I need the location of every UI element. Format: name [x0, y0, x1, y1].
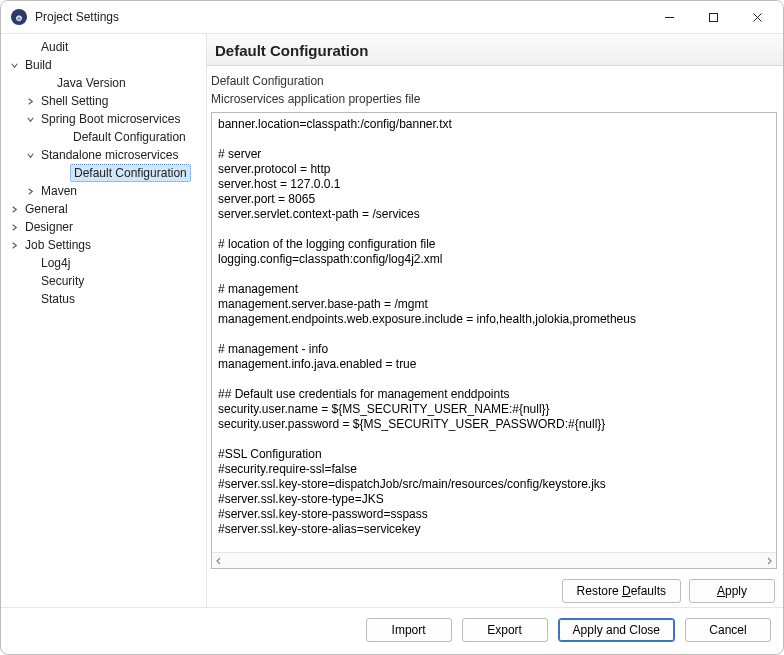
chevron-right-icon[interactable] — [7, 238, 21, 252]
close-button[interactable] — [735, 3, 779, 31]
tree-item-standalone-default-config[interactable]: Default Configuration — [5, 164, 206, 182]
properties-field-label: Microservices application properties fil… — [207, 88, 783, 110]
tree-item-status[interactable]: Status — [5, 290, 206, 308]
restore-defaults-button[interactable]: Restore Defaults — [562, 579, 681, 603]
svg-rect-1 — [709, 13, 717, 21]
tree-item-shell-setting[interactable]: Shell Setting — [5, 92, 206, 110]
tree-item-security[interactable]: Security — [5, 272, 206, 290]
cancel-button[interactable]: Cancel — [685, 618, 771, 642]
tree-item-spring-default-config[interactable]: Default Configuration — [5, 128, 206, 146]
apply-and-close-button[interactable]: Apply and Close — [558, 618, 675, 642]
export-button[interactable]: Export — [462, 618, 548, 642]
chevron-right-icon[interactable] — [7, 220, 21, 234]
scroll-left-icon[interactable] — [214, 556, 224, 566]
titlebar: ⌾ Project Settings — [1, 1, 783, 33]
scroll-right-icon[interactable] — [764, 556, 774, 566]
maximize-button[interactable] — [691, 3, 735, 31]
chevron-right-icon[interactable] — [23, 184, 37, 198]
dialog-footer: Import Export Apply and Close Cancel — [1, 607, 783, 654]
apply-button[interactable]: Apply — [689, 579, 775, 603]
tree-item-general[interactable]: General — [5, 200, 206, 218]
tree-item-standalone-ms[interactable]: Standalone microservices — [5, 146, 206, 164]
tree-item-log4j[interactable]: Log4j — [5, 254, 206, 272]
tree-item-spring-boot-ms[interactable]: Spring Boot microservices — [5, 110, 206, 128]
chevron-right-icon[interactable] — [7, 202, 21, 216]
tree-item-job-settings[interactable]: Job Settings — [5, 236, 206, 254]
properties-textarea[interactable] — [212, 113, 776, 552]
minimize-button[interactable] — [647, 3, 691, 31]
content-pane: Default Configuration Default Configurat… — [206, 34, 783, 607]
tree-item-designer[interactable]: Designer — [5, 218, 206, 236]
import-button[interactable]: Import — [366, 618, 452, 642]
chevron-down-icon[interactable] — [23, 112, 37, 126]
app-icon: ⌾ — [11, 9, 27, 25]
chevron-right-icon[interactable] — [23, 94, 37, 108]
settings-tree: Audit Build Java Version Shell Setting S… — [1, 34, 206, 607]
tree-item-java-version[interactable]: Java Version — [5, 74, 206, 92]
properties-textarea-wrap — [211, 112, 777, 569]
tree-item-maven[interactable]: Maven — [5, 182, 206, 200]
window-title: Project Settings — [35, 10, 119, 24]
tree-item-audit[interactable]: Audit — [5, 38, 206, 56]
chevron-down-icon[interactable] — [7, 58, 21, 72]
horizontal-scrollbar[interactable] — [212, 552, 776, 568]
chevron-down-icon[interactable] — [23, 148, 37, 162]
section-label: Default Configuration — [207, 66, 783, 88]
tree-item-build[interactable]: Build — [5, 56, 206, 74]
page-heading: Default Configuration — [207, 34, 783, 66]
